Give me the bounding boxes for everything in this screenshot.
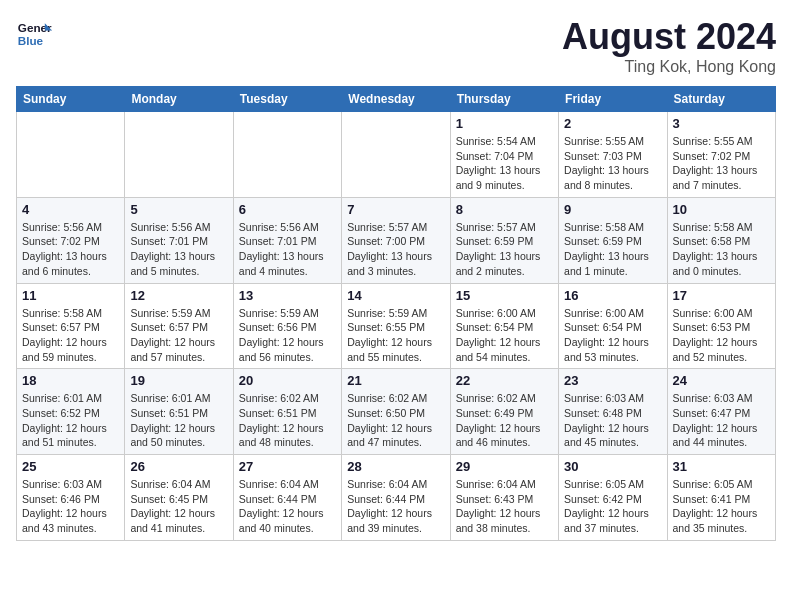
day-info: Sunrise: 5:57 AMSunset: 6:59 PMDaylight:…: [456, 220, 553, 279]
calendar-table: SundayMondayTuesdayWednesdayThursdayFrid…: [16, 86, 776, 541]
day-number: 12: [130, 288, 227, 303]
weekday-header-row: SundayMondayTuesdayWednesdayThursdayFrid…: [17, 87, 776, 112]
title-area: August 2024 Ting Kok, Hong Kong: [562, 16, 776, 76]
weekday-header-monday: Monday: [125, 87, 233, 112]
weekday-header-sunday: Sunday: [17, 87, 125, 112]
day-cell-16: 16Sunrise: 6:00 AMSunset: 6:54 PMDayligh…: [559, 283, 667, 369]
day-cell-29: 29Sunrise: 6:04 AMSunset: 6:43 PMDayligh…: [450, 455, 558, 541]
day-number: 17: [673, 288, 770, 303]
day-cell-27: 27Sunrise: 6:04 AMSunset: 6:44 PMDayligh…: [233, 455, 341, 541]
weekday-header-friday: Friday: [559, 87, 667, 112]
day-info: Sunrise: 5:56 AMSunset: 7:01 PMDaylight:…: [239, 220, 336, 279]
day-number: 28: [347, 459, 444, 474]
day-cell-8: 8Sunrise: 5:57 AMSunset: 6:59 PMDaylight…: [450, 197, 558, 283]
day-number: 23: [564, 373, 661, 388]
day-number: 26: [130, 459, 227, 474]
day-cell-13: 13Sunrise: 5:59 AMSunset: 6:56 PMDayligh…: [233, 283, 341, 369]
logo: General Blue General Blue: [16, 16, 52, 52]
day-info: Sunrise: 5:55 AMSunset: 7:02 PMDaylight:…: [673, 134, 770, 193]
day-number: 5: [130, 202, 227, 217]
location: Ting Kok, Hong Kong: [562, 58, 776, 76]
day-info: Sunrise: 6:02 AMSunset: 6:49 PMDaylight:…: [456, 391, 553, 450]
day-number: 16: [564, 288, 661, 303]
day-cell-18: 18Sunrise: 6:01 AMSunset: 6:52 PMDayligh…: [17, 369, 125, 455]
day-info: Sunrise: 5:58 AMSunset: 6:58 PMDaylight:…: [673, 220, 770, 279]
day-info: Sunrise: 5:58 AMSunset: 6:57 PMDaylight:…: [22, 306, 119, 365]
day-info: Sunrise: 6:05 AMSunset: 6:42 PMDaylight:…: [564, 477, 661, 536]
day-number: 25: [22, 459, 119, 474]
svg-text:Blue: Blue: [18, 34, 44, 47]
day-cell-25: 25Sunrise: 6:03 AMSunset: 6:46 PMDayligh…: [17, 455, 125, 541]
day-cell-21: 21Sunrise: 6:02 AMSunset: 6:50 PMDayligh…: [342, 369, 450, 455]
day-info: Sunrise: 6:04 AMSunset: 6:43 PMDaylight:…: [456, 477, 553, 536]
month-title: August 2024: [562, 16, 776, 58]
day-number: 3: [673, 116, 770, 131]
week-row-3: 11Sunrise: 5:58 AMSunset: 6:57 PMDayligh…: [17, 283, 776, 369]
week-row-2: 4Sunrise: 5:56 AMSunset: 7:02 PMDaylight…: [17, 197, 776, 283]
weekday-header-saturday: Saturday: [667, 87, 775, 112]
day-info: Sunrise: 6:02 AMSunset: 6:51 PMDaylight:…: [239, 391, 336, 450]
day-cell-6: 6Sunrise: 5:56 AMSunset: 7:01 PMDaylight…: [233, 197, 341, 283]
week-row-1: 1Sunrise: 5:54 AMSunset: 7:04 PMDaylight…: [17, 112, 776, 198]
day-info: Sunrise: 6:04 AMSunset: 6:44 PMDaylight:…: [347, 477, 444, 536]
day-info: Sunrise: 6:03 AMSunset: 6:46 PMDaylight:…: [22, 477, 119, 536]
day-info: Sunrise: 6:04 AMSunset: 6:44 PMDaylight:…: [239, 477, 336, 536]
day-cell-9: 9Sunrise: 5:58 AMSunset: 6:59 PMDaylight…: [559, 197, 667, 283]
day-number: 20: [239, 373, 336, 388]
weekday-header-tuesday: Tuesday: [233, 87, 341, 112]
day-cell-19: 19Sunrise: 6:01 AMSunset: 6:51 PMDayligh…: [125, 369, 233, 455]
day-cell-17: 17Sunrise: 6:00 AMSunset: 6:53 PMDayligh…: [667, 283, 775, 369]
day-number: 22: [456, 373, 553, 388]
day-number: 13: [239, 288, 336, 303]
empty-cell: [342, 112, 450, 198]
day-number: 27: [239, 459, 336, 474]
day-info: Sunrise: 5:56 AMSunset: 7:02 PMDaylight:…: [22, 220, 119, 279]
day-cell-30: 30Sunrise: 6:05 AMSunset: 6:42 PMDayligh…: [559, 455, 667, 541]
day-info: Sunrise: 6:03 AMSunset: 6:48 PMDaylight:…: [564, 391, 661, 450]
day-cell-3: 3Sunrise: 5:55 AMSunset: 7:02 PMDaylight…: [667, 112, 775, 198]
day-info: Sunrise: 6:03 AMSunset: 6:47 PMDaylight:…: [673, 391, 770, 450]
day-info: Sunrise: 6:00 AMSunset: 6:54 PMDaylight:…: [564, 306, 661, 365]
day-info: Sunrise: 5:59 AMSunset: 6:56 PMDaylight:…: [239, 306, 336, 365]
day-info: Sunrise: 6:04 AMSunset: 6:45 PMDaylight:…: [130, 477, 227, 536]
day-info: Sunrise: 5:59 AMSunset: 6:55 PMDaylight:…: [347, 306, 444, 365]
day-info: Sunrise: 6:05 AMSunset: 6:41 PMDaylight:…: [673, 477, 770, 536]
day-cell-31: 31Sunrise: 6:05 AMSunset: 6:41 PMDayligh…: [667, 455, 775, 541]
day-cell-24: 24Sunrise: 6:03 AMSunset: 6:47 PMDayligh…: [667, 369, 775, 455]
day-number: 29: [456, 459, 553, 474]
day-number: 9: [564, 202, 661, 217]
day-number: 8: [456, 202, 553, 217]
day-number: 18: [22, 373, 119, 388]
day-info: Sunrise: 5:58 AMSunset: 6:59 PMDaylight:…: [564, 220, 661, 279]
day-cell-28: 28Sunrise: 6:04 AMSunset: 6:44 PMDayligh…: [342, 455, 450, 541]
day-number: 10: [673, 202, 770, 217]
day-number: 4: [22, 202, 119, 217]
day-number: 24: [673, 373, 770, 388]
day-cell-5: 5Sunrise: 5:56 AMSunset: 7:01 PMDaylight…: [125, 197, 233, 283]
day-cell-26: 26Sunrise: 6:04 AMSunset: 6:45 PMDayligh…: [125, 455, 233, 541]
day-cell-7: 7Sunrise: 5:57 AMSunset: 7:00 PMDaylight…: [342, 197, 450, 283]
day-number: 6: [239, 202, 336, 217]
day-cell-2: 2Sunrise: 5:55 AMSunset: 7:03 PMDaylight…: [559, 112, 667, 198]
weekday-header-wednesday: Wednesday: [342, 87, 450, 112]
day-info: Sunrise: 6:01 AMSunset: 6:51 PMDaylight:…: [130, 391, 227, 450]
day-number: 19: [130, 373, 227, 388]
day-cell-22: 22Sunrise: 6:02 AMSunset: 6:49 PMDayligh…: [450, 369, 558, 455]
empty-cell: [233, 112, 341, 198]
day-number: 1: [456, 116, 553, 131]
day-info: Sunrise: 6:00 AMSunset: 6:54 PMDaylight:…: [456, 306, 553, 365]
day-info: Sunrise: 5:56 AMSunset: 7:01 PMDaylight:…: [130, 220, 227, 279]
day-cell-1: 1Sunrise: 5:54 AMSunset: 7:04 PMDaylight…: [450, 112, 558, 198]
day-cell-20: 20Sunrise: 6:02 AMSunset: 6:51 PMDayligh…: [233, 369, 341, 455]
day-cell-4: 4Sunrise: 5:56 AMSunset: 7:02 PMDaylight…: [17, 197, 125, 283]
day-cell-15: 15Sunrise: 6:00 AMSunset: 6:54 PMDayligh…: [450, 283, 558, 369]
weekday-header-thursday: Thursday: [450, 87, 558, 112]
day-info: Sunrise: 6:01 AMSunset: 6:52 PMDaylight:…: [22, 391, 119, 450]
day-number: 30: [564, 459, 661, 474]
day-cell-23: 23Sunrise: 6:03 AMSunset: 6:48 PMDayligh…: [559, 369, 667, 455]
empty-cell: [125, 112, 233, 198]
week-row-4: 18Sunrise: 6:01 AMSunset: 6:52 PMDayligh…: [17, 369, 776, 455]
day-info: Sunrise: 6:02 AMSunset: 6:50 PMDaylight:…: [347, 391, 444, 450]
day-info: Sunrise: 5:55 AMSunset: 7:03 PMDaylight:…: [564, 134, 661, 193]
day-info: Sunrise: 6:00 AMSunset: 6:53 PMDaylight:…: [673, 306, 770, 365]
